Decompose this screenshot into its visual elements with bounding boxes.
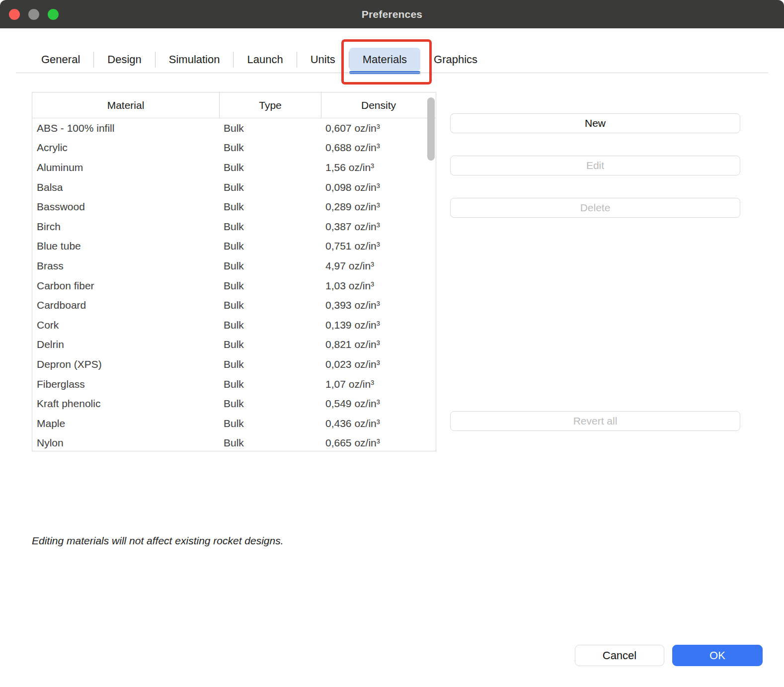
cell-material: Blue tube (32, 240, 219, 252)
materials-table: Material Type Density ABS - 100% infill … (32, 92, 436, 451)
preferences-window: Preferences General Design Simulation La… (0, 0, 784, 687)
table-row[interactable]: Basswood Bulk 0,289 oz/in³ (32, 197, 436, 217)
tab-general[interactable]: General (28, 48, 93, 71)
cell-material: Birch (32, 221, 219, 233)
cell-type: Bulk (219, 162, 321, 173)
column-header-material[interactable]: Material (32, 92, 219, 118)
table-row[interactable]: Depron (XPS) Bulk 0,023 oz/in³ (32, 354, 436, 374)
table-row[interactable]: ABS - 100% infill Bulk 0,607 oz/in³ (32, 118, 436, 138)
cell-type: Bulk (219, 240, 321, 252)
cell-density: 1,07 oz/in³ (321, 378, 436, 390)
cell-density: 0,436 oz/in³ (321, 418, 436, 429)
close-button[interactable] (9, 9, 20, 20)
table-row[interactable]: Brass Bulk 4,97 oz/in³ (32, 256, 436, 276)
cell-density: 0,387 oz/in³ (321, 221, 436, 233)
cell-material: ABS - 100% infill (32, 122, 219, 134)
cell-density: 0,688 oz/in³ (321, 142, 436, 154)
tab-launch[interactable]: Launch (234, 48, 296, 71)
cell-type: Bulk (219, 418, 321, 429)
cell-material: Fiberglass (32, 378, 219, 390)
cell-material: Kraft phenolic (32, 398, 219, 410)
cell-density: 0,665 oz/in³ (321, 437, 436, 449)
window-title: Preferences (362, 8, 422, 20)
column-header-type[interactable]: Type (219, 92, 321, 118)
table-row[interactable]: Cardboard Bulk 0,393 oz/in³ (32, 295, 436, 315)
cell-material: Maple (32, 418, 219, 429)
cell-density: 0,821 oz/in³ (321, 339, 436, 350)
cell-material: Delrin (32, 339, 219, 350)
cell-density: 0,023 oz/in³ (321, 358, 436, 370)
cell-density: 0,098 oz/in³ (321, 181, 436, 193)
table-row[interactable]: Nylon Bulk 0,665 oz/in³ (32, 433, 436, 452)
table-body: ABS - 100% infill Bulk 0,607 oz/in³ Acry… (32, 118, 436, 451)
cell-type: Bulk (219, 437, 321, 449)
cell-density: 0,607 oz/in³ (321, 122, 436, 134)
table-row[interactable]: Birch Bulk 0,387 oz/in³ (32, 217, 436, 237)
cell-type: Bulk (219, 221, 321, 233)
table-row[interactable]: Cork Bulk 0,139 oz/in³ (32, 315, 436, 335)
tab-simulation[interactable]: Simulation (156, 48, 234, 71)
cancel-button[interactable]: Cancel (575, 645, 664, 666)
cell-material: Basswood (32, 201, 219, 213)
tab-materials[interactable]: Materials (349, 48, 420, 71)
window-controls (9, 0, 59, 28)
minimize-button[interactable] (28, 9, 39, 20)
cell-type: Bulk (219, 398, 321, 410)
cell-density: 0,549 oz/in³ (321, 398, 436, 410)
cell-material: Cork (32, 319, 219, 331)
cell-material: Nylon (32, 437, 219, 449)
tab-graphics[interactable]: Graphics (420, 48, 491, 71)
cell-material: Brass (32, 260, 219, 272)
cell-type: Bulk (219, 339, 321, 350)
zoom-button[interactable] (48, 9, 59, 20)
cell-type: Bulk (219, 319, 321, 331)
ok-button[interactable]: OK (672, 645, 763, 666)
table-row[interactable]: Balsa Bulk 0,098 oz/in³ (32, 177, 436, 197)
table-row[interactable]: Fiberglass Bulk 1,07 oz/in³ (32, 374, 436, 394)
cell-density: 0,751 oz/in³ (321, 240, 436, 252)
tab-units[interactable]: Units (297, 48, 349, 71)
cell-material: Cardboard (32, 299, 219, 311)
cell-type: Bulk (219, 378, 321, 390)
tab-design[interactable]: Design (94, 48, 155, 71)
cell-type: Bulk (219, 260, 321, 272)
cell-density: 1,56 oz/in³ (321, 162, 436, 173)
column-header-density[interactable]: Density (321, 92, 436, 118)
table-row[interactable]: Aluminum Bulk 1,56 oz/in³ (32, 158, 436, 177)
table-row[interactable]: Acrylic Bulk 0,688 oz/in³ (32, 138, 436, 158)
table-row[interactable]: Carbon fiber Bulk 1,03 oz/in³ (32, 276, 436, 296)
cell-type: Bulk (219, 142, 321, 154)
cell-material: Depron (XPS) (32, 358, 219, 370)
cell-type: Bulk (219, 358, 321, 370)
cell-type: Bulk (219, 280, 321, 292)
table-row[interactable]: Delrin Bulk 0,821 oz/in³ (32, 335, 436, 355)
materials-note: Editing materials will not affect existi… (32, 535, 284, 547)
cell-density: 0,289 oz/in³ (321, 201, 436, 213)
cell-density: 4,97 oz/in³ (321, 260, 436, 272)
scrollbar-thumb[interactable] (427, 97, 435, 161)
cell-type: Bulk (219, 201, 321, 213)
table-row[interactable]: Blue tube Bulk 0,751 oz/in³ (32, 237, 436, 257)
cell-material: Aluminum (32, 162, 219, 173)
cell-material: Acrylic (32, 142, 219, 154)
cell-density: 0,393 oz/in³ (321, 299, 436, 311)
tab-bar: General Design Simulation Launch Units M… (28, 48, 491, 71)
cell-density: 0,139 oz/in³ (321, 319, 436, 331)
title-bar: Preferences (0, 0, 784, 28)
cell-type: Bulk (219, 181, 321, 193)
cell-type: Bulk (219, 299, 321, 311)
cell-material: Carbon fiber (32, 280, 219, 292)
cell-density: 1,03 oz/in³ (321, 280, 436, 292)
tab-separator-line (16, 73, 768, 73)
table-scrollbar[interactable] (427, 93, 436, 450)
new-button[interactable]: New (450, 113, 740, 133)
revert-all-button[interactable]: Revert all (450, 411, 740, 431)
cell-material: Balsa (32, 181, 219, 193)
table-header-row: Material Type Density (32, 92, 436, 118)
edit-button[interactable]: Edit (450, 156, 740, 175)
delete-button[interactable]: Delete (450, 198, 740, 218)
cell-type: Bulk (219, 122, 321, 134)
table-row[interactable]: Maple Bulk 0,436 oz/in³ (32, 414, 436, 433)
table-row[interactable]: Kraft phenolic Bulk 0,549 oz/in³ (32, 394, 436, 414)
